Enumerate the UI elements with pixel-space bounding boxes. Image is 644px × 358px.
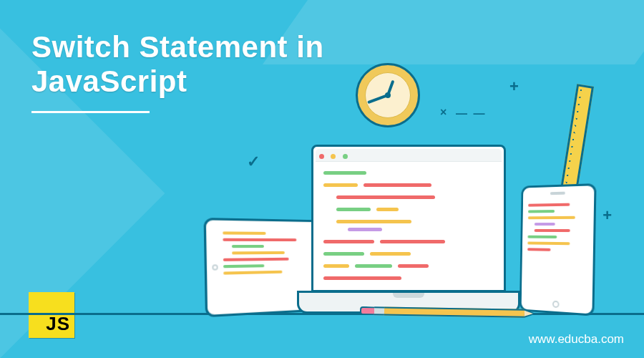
code-line: [323, 276, 401, 280]
code-line: [535, 229, 570, 232]
laptop-screen: [323, 167, 494, 283]
laptop-device-icon: [297, 145, 520, 314]
tablet-home-button-icon: [212, 264, 218, 271]
title-line-2: JavaScript: [31, 64, 187, 98]
code-line: [355, 264, 392, 268]
laptop-screen-frame: [311, 145, 506, 292]
dash-icon: — —: [456, 107, 486, 120]
code-line: [223, 264, 264, 268]
code-line: [380, 240, 444, 243]
x-icon: ×: [440, 106, 447, 119]
pencil-ferrule: [374, 306, 384, 315]
laptop-window-topbar: [316, 149, 502, 162]
code-line: [535, 223, 555, 226]
clock-icon: [356, 63, 420, 127]
js-logo-badge: JS: [29, 292, 74, 338]
code-line: [398, 264, 429, 268]
pencil-eraser: [360, 306, 374, 315]
plus-icon: +: [509, 77, 519, 96]
code-line: [323, 171, 366, 175]
pencil-body: [384, 306, 525, 317]
code-line: [527, 236, 557, 238]
window-min-dot-icon: [331, 154, 336, 159]
code-line: [528, 216, 575, 219]
phone-speaker-icon: [550, 192, 565, 195]
code-line: [323, 183, 358, 187]
code-line: [336, 220, 411, 223]
code-line: [370, 252, 411, 256]
window-close-dot-icon: [319, 154, 324, 159]
code-line: [323, 240, 374, 243]
code-line: [323, 252, 364, 256]
js-logo-text: JS: [46, 313, 70, 335]
title-line-1: Switch Statement in: [31, 30, 324, 64]
code-line: [223, 238, 296, 241]
website-url: www.educba.com: [529, 332, 624, 347]
code-line: [336, 195, 435, 199]
pencil-tip: [525, 309, 536, 318]
code-line: [223, 271, 282, 275]
code-line: [528, 203, 570, 207]
phone-home-button-icon: [552, 301, 560, 309]
laptop-notch: [393, 293, 424, 298]
phone-device-icon: [519, 183, 597, 316]
title-underline: [31, 111, 150, 113]
phone-screen: [527, 199, 588, 299]
code-line: [528, 210, 555, 213]
code-line: [323, 264, 349, 268]
clock-center-dot: [385, 92, 391, 98]
code-line: [376, 208, 399, 211]
code-line: [348, 228, 382, 231]
code-line: [527, 248, 551, 251]
checkmark-icon: ✓: [247, 153, 260, 171]
code-line: [527, 241, 570, 245]
code-line: [336, 208, 371, 211]
code-line: [223, 258, 289, 261]
code-line: [364, 183, 431, 187]
code-line: [232, 245, 264, 248]
code-line: [223, 231, 265, 235]
illustration-scene: ✓ × — — + + × +: [190, 63, 619, 314]
code-line: [232, 251, 285, 255]
window-max-dot-icon: [343, 154, 348, 159]
plus-icon: +: [602, 206, 612, 225]
